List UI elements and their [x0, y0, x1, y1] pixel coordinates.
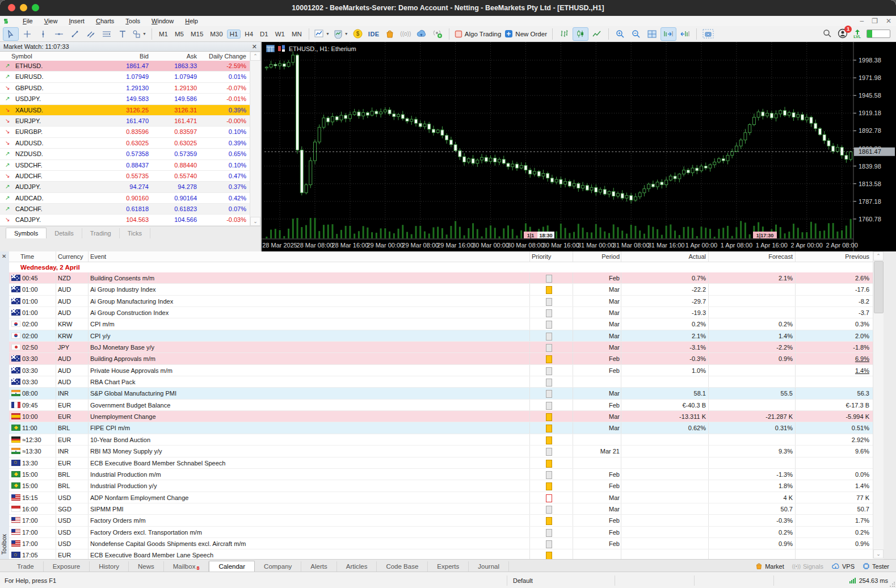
calendar-column-header[interactable]: Time Currency Event Priority Period Actu… — [9, 251, 884, 262]
line-chart-mode-button[interactable] — [590, 28, 604, 40]
menu-insert[interactable]: Insert — [63, 17, 90, 25]
close-window-icon[interactable] — [8, 4, 15, 11]
calendar-event-row[interactable]: 10:00 EUR Unemployment Change Mar -13.31… — [9, 411, 884, 422]
algo-trading-button[interactable]: Algo Trading — [453, 28, 503, 40]
calendar-event-row[interactable]: 17:00 USD Factory Orders excl. Transport… — [9, 527, 884, 538]
market-watch-row[interactable]: ↗ AUDJPY. 94.274 94.278 0.37% — [0, 182, 250, 192]
market-button[interactable]: Market — [755, 562, 784, 570]
minimize-window-icon[interactable] — [20, 4, 27, 11]
close-panel-icon[interactable]: ✕ — [252, 43, 257, 51]
column-daily-change[interactable]: Daily Change — [209, 53, 246, 60]
scroll-up-icon[interactable]: ⌃ — [873, 251, 884, 261]
tab-company[interactable]: Company — [255, 561, 301, 572]
objects-button[interactable]: ▼ — [332, 28, 350, 40]
screenshot-button[interactable] — [701, 28, 716, 40]
tab-trade[interactable]: Trade — [8, 561, 44, 572]
close-toolbox-icon[interactable]: ✕ — [2, 253, 6, 259]
calendar-event-row[interactable]: 09:45 EUR Government Budget Balance Feb … — [9, 400, 884, 411]
minimize-icon[interactable]: – — [860, 17, 864, 25]
column-period[interactable]: Period — [601, 253, 620, 260]
tab-experts[interactable]: Experts — [428, 561, 469, 572]
calendar-event-row[interactable]: 00:45 NZD Building Consents m/m Feb 0.7%… — [9, 272, 884, 284]
timeframe-w1[interactable]: W1 — [272, 30, 288, 39]
timeframe-m5[interactable]: M5 — [172, 30, 187, 39]
tab-trading[interactable]: Trading — [82, 228, 120, 238]
market-watch-row[interactable]: ↘ CADJPY. 104.563 104.566 -0.03% — [0, 215, 250, 225]
trendline-tool-button[interactable] — [68, 28, 82, 40]
column-priority[interactable]: Priority — [532, 253, 551, 260]
scroll-up-icon[interactable]: ⌃ — [250, 52, 260, 61]
chart-panel[interactable]: ETHUSD., H1: Etherium 1998.381971.981945… — [260, 42, 896, 251]
timeframe-d1[interactable]: D1 — [257, 30, 271, 39]
calendar-event-row[interactable]: 11:00 BRL FIPE CPI m/m Mar 0.62% 0.31% 0… — [9, 422, 884, 434]
tab-alerts[interactable]: Alerts — [301, 561, 336, 572]
copy-trading-icon[interactable] — [430, 28, 445, 40]
market-watch-header[interactable]: Market Watch: 11:07:33 ✕ — [0, 42, 260, 52]
timeframe-m1[interactable]: M1 — [156, 30, 171, 39]
market-watch-row[interactable]: ↗ USDJPY. 149.583 149.586 -0.01% — [0, 94, 250, 104]
menu-tools[interactable]: Tools — [120, 17, 146, 25]
market-watch-row[interactable]: ↘ AUDUSD. 0.63025 0.63025 0.39% — [0, 138, 250, 149]
calendar-event-row[interactable]: 02:50 JPY BoJ Monetary Base y/y Mar -3.1… — [9, 342, 884, 353]
calendar-scrollbar[interactable]: ⌃ ⌄ — [873, 251, 884, 558]
tab-articles[interactable]: Articles — [337, 561, 377, 572]
tab-symbols[interactable]: Symbols — [6, 228, 47, 238]
tab-journal[interactable]: Journal — [469, 561, 509, 572]
calendar-event-row[interactable]: 15:00 BRL Industrial Production m/m Feb … — [9, 469, 884, 480]
column-time[interactable]: Time — [20, 253, 34, 260]
market-watch-row[interactable]: ↘ GBPUSD. 1.29130 1.29130 -0.07% — [0, 83, 250, 94]
ide-button[interactable]: IDE — [367, 28, 381, 40]
cursor-tool-button[interactable] — [3, 27, 19, 41]
tester-button[interactable]: Tester — [863, 562, 889, 570]
restore-icon[interactable]: ❐ — [872, 17, 878, 25]
calendar-event-row[interactable]: 03:30 AUD Building Approvals m/m Feb -0.… — [9, 353, 884, 364]
timeframe-h1[interactable]: H1 — [227, 30, 241, 39]
market-watch-row[interactable]: ↗ CADCHF. 0.61818 0.61823 0.07% — [0, 204, 250, 215]
calendar-event-row[interactable]: 15:15 USD ADP Nonfarm Employment Change … — [9, 492, 884, 503]
text-tool-button[interactable] — [115, 28, 130, 40]
tab-calendar[interactable]: Calendar — [209, 561, 255, 572]
menu-view[interactable]: View — [39, 17, 64, 25]
calendar-event-row[interactable]: 13:30 EUR ECB Executive Board Member Sch… — [9, 457, 884, 469]
profile-icon[interactable]: 1 — [838, 28, 848, 40]
bar-chart-mode-button[interactable] — [557, 28, 571, 40]
column-currency[interactable]: Currency — [58, 253, 83, 260]
calendar-event-row[interactable]: 01:00 AUD Ai Group Industry Index Mar -2… — [9, 284, 884, 295]
currency-button[interactable]: $ — [351, 28, 365, 40]
tab-mailbox[interactable]: Mailbox8 — [164, 561, 209, 572]
column-forecast[interactable]: Forecast — [768, 253, 793, 260]
calendar-event-row[interactable]: 01:00 AUD Ai Group Construction Index Ma… — [9, 307, 884, 318]
scrollbar-thumb[interactable] — [874, 261, 884, 313]
zoom-in-button[interactable] — [613, 28, 628, 40]
market-watch-row[interactable]: ↗ USDCHF. 0.88437 0.88440 0.10% — [0, 160, 250, 171]
tab-history[interactable]: History — [90, 561, 129, 572]
tab-details[interactable]: Details — [47, 228, 82, 238]
timeframe-mn[interactable]: MN — [289, 30, 305, 39]
calendar-event-row[interactable]: ≈12:30 EUR 10-Year Bond Auction 2.92% — [9, 434, 884, 446]
signals-button[interactable]: ((•)) Signals — [792, 563, 823, 570]
column-ask[interactable]: Ask — [187, 53, 197, 60]
cloud-icon[interactable] — [414, 28, 429, 40]
tab-news[interactable]: News — [129, 561, 164, 572]
profile-selector[interactable]: Default — [507, 576, 615, 586]
tab-code-base[interactable]: Code Base — [377, 561, 428, 572]
timeframe-h4[interactable]: H4 — [242, 30, 256, 39]
tab-exposure[interactable]: Exposure — [44, 561, 90, 572]
tab-ticks[interactable]: Ticks — [120, 228, 150, 238]
market-watch-row[interactable]: ↘ XAUUSD. 3126.25 3126.31 0.39% — [0, 105, 250, 116]
vps-button[interactable]: VPS — [831, 563, 855, 570]
price-chart[interactable]: 1998.381971.981945.581919.181892.781866.… — [262, 42, 896, 251]
macos-traffic-lights[interactable] — [8, 4, 39, 11]
zoom-out-button[interactable] — [629, 28, 643, 40]
timeframe-m15[interactable]: M15 — [188, 30, 206, 39]
menu-charts[interactable]: Charts — [90, 17, 120, 25]
calendar-event-row[interactable]: 02:00 KRW CPI y/y Mar 2.1% 1.4% 2.0% — [9, 330, 884, 342]
scroll-down-icon[interactable]: ⌄ — [250, 217, 260, 226]
market-watch-row[interactable]: ↘ AUDCHF. 0.55735 0.55740 0.47% — [0, 171, 250, 182]
column-bid[interactable]: Bid — [140, 53, 149, 60]
level-indicator-icon[interactable]: LVL — [853, 30, 861, 39]
calendar-event-row[interactable]: 08:00 INR S&P Global Manufacturing PMI M… — [9, 388, 884, 399]
market-watch-row[interactable]: ↗ AUDCAD. 0.90160 0.90164 0.42% — [0, 193, 250, 204]
calendar-event-row[interactable]: 03:30 AUD Private House Approvals m/m Fe… — [9, 365, 884, 376]
close-icon[interactable]: ✕ — [886, 17, 891, 25]
